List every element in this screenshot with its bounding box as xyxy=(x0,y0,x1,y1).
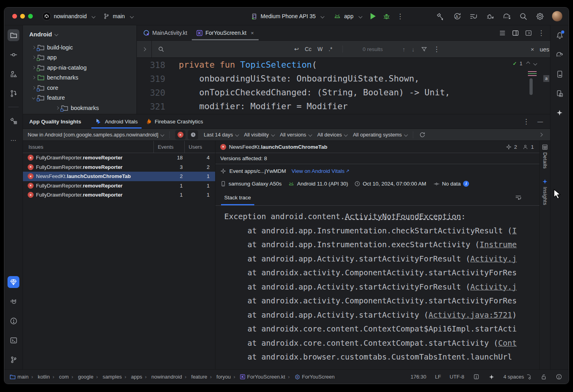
code-viewport[interactable]: 318 private fun TopicSelection( 319 onbo… xyxy=(137,58,550,114)
regex-toggle[interactable]: .* xyxy=(329,46,332,52)
next-occurrence-icon[interactable]: ↓ xyxy=(412,46,415,53)
pull-requests-tool-button[interactable] xyxy=(8,87,19,99)
device-selector[interactable]: Medium Phone API 35 xyxy=(246,11,328,22)
tree-item-feature[interactable]: feature xyxy=(23,93,136,103)
hide-panel-icon[interactable] xyxy=(525,29,532,37)
build-project-icon[interactable] xyxy=(436,12,445,21)
words-toggle[interactable]: W xyxy=(318,46,323,52)
user-avatar[interactable] xyxy=(552,11,562,21)
time-range-dropdown[interactable]: Last 14 days xyxy=(204,132,238,138)
gradle-tool-button[interactable] xyxy=(554,49,565,61)
breadcrumb-item[interactable]: apps xyxy=(123,374,142,380)
breadcrumb-item[interactable]: nowinandroid xyxy=(144,374,182,380)
search-more-icon[interactable]: ⋮ xyxy=(433,46,440,53)
issue-row-selected[interactable]: × NewsFeedKt.launchCustomChromeTab 2 1 xyxy=(23,172,215,181)
soft-wrap-icon[interactable] xyxy=(514,194,522,201)
tab-firebase-crashlytics[interactable]: Firebase Crashlytics xyxy=(142,114,207,129)
visibility-dropdown[interactable]: All visibility xyxy=(244,132,274,138)
logcat-tool-button[interactable] xyxy=(8,295,19,307)
app-quality-insights-tool-button[interactable] xyxy=(8,276,19,288)
more-tool-windows-button[interactable]: ⋯ xyxy=(8,134,19,146)
stack-trace-content[interactable]: Exception android.content.ActivityNotFou… xyxy=(216,206,539,369)
inspection-widget[interactable]: ✓ 1 xyxy=(513,61,537,66)
close-search-icon[interactable]: × xyxy=(531,46,534,52)
tree-item-benchmarks[interactable]: benchmarks xyxy=(23,73,136,83)
line-ending[interactable]: LF xyxy=(435,374,441,380)
issue-row[interactable]: × FullyDrawnReporter.removeReporter 1 1 xyxy=(23,190,215,200)
run-more-options-button[interactable]: ⋮ xyxy=(394,10,406,22)
details-side-tab[interactable]: Details xyxy=(542,144,548,169)
editor-scrollbar[interactable] xyxy=(528,70,538,95)
tab-foryouscreen[interactable]: ForYouScreen.kt × xyxy=(192,25,258,40)
branch-widget[interactable]: main xyxy=(99,11,137,21)
gradle-sync-icon[interactable] xyxy=(502,12,511,21)
error-info-icon[interactable] xyxy=(556,373,562,380)
run-config-selector[interactable]: app xyxy=(329,11,365,22)
breadcrumb-item[interactable]: com xyxy=(51,374,69,380)
search-input[interactable] xyxy=(165,46,235,52)
source-link[interactable]: Activity.java:5721 xyxy=(429,311,512,320)
breadcrumb-item[interactable]: samples xyxy=(95,374,122,380)
issue-row[interactable]: × FullyDrawnReporter.removeReporter 18 4 xyxy=(23,153,215,163)
encoding[interactable]: UTF-8 xyxy=(450,374,464,380)
info-icon[interactable]: i xyxy=(463,181,469,187)
source-link[interactable]: Cont xyxy=(498,339,517,348)
gemini-button[interactable] xyxy=(554,107,565,119)
split-layout-icon[interactable] xyxy=(512,29,519,37)
chevron-down-icon[interactable] xyxy=(533,62,537,66)
firebase-project-selector[interactable]: Now in Android [com.google.samples.apps.… xyxy=(28,132,164,138)
source-link[interactable]: I xyxy=(512,226,517,235)
source-link[interactable]: Activity.j xyxy=(470,282,516,292)
devices-dropdown[interactable]: All devices xyxy=(317,132,347,138)
close-tab-icon[interactable]: × xyxy=(251,30,254,36)
device-manager-button[interactable] xyxy=(554,68,565,80)
commit-tool-button[interactable] xyxy=(8,49,19,61)
source-link[interactable]: Activity.j xyxy=(470,254,516,263)
tab-android-vitals[interactable]: Android Vitals xyxy=(91,114,142,129)
chevron-up-icon[interactable] xyxy=(526,62,530,66)
tree-item-core[interactable]: core xyxy=(23,83,136,93)
previous-occurrence-icon[interactable]: ↑ xyxy=(402,46,405,53)
run-button[interactable] xyxy=(367,10,379,22)
caret-position[interactable]: 176:30 xyxy=(410,374,426,380)
build-tool-button[interactable] xyxy=(8,115,19,127)
expand-search-icon[interactable] xyxy=(137,41,152,57)
terminal-tool-button[interactable] xyxy=(8,334,19,346)
readonly-toggle-icon[interactable] xyxy=(473,373,480,380)
settings-gear-icon[interactable] xyxy=(535,12,545,21)
view-on-android-vitals-link[interactable]: View on Android Vitals↗ xyxy=(291,168,349,174)
tree-item-app-nia-catalog[interactable]: app-nia-catalog xyxy=(23,62,136,73)
overflow-chevron-icon[interactable] xyxy=(539,133,543,137)
notifications-button[interactable] xyxy=(554,29,565,41)
tree-item-app[interactable]: app xyxy=(23,53,136,63)
exception-class-link[interactable]: ActivityNotFoundException xyxy=(345,212,461,221)
issue-row[interactable]: × FullyDrawnReporter.removeReporter 3 2 xyxy=(23,163,215,172)
tree-item-bookmarks[interactable]: bookmarks xyxy=(23,103,136,113)
editor-more-icon[interactable]: ⋮ xyxy=(538,30,545,36)
minimize-window-button[interactable] xyxy=(20,14,25,19)
column-users[interactable]: Users xyxy=(184,141,215,153)
debug-button[interactable] xyxy=(381,10,393,22)
project-widget[interactable]: nowinandroid xyxy=(38,10,99,22)
structure-lines-icon[interactable] xyxy=(499,29,506,37)
lock-open-icon[interactable] xyxy=(541,374,547,380)
source-link[interactable]: Instrume xyxy=(480,240,517,249)
newline-icon[interactable]: ↩ xyxy=(294,46,299,52)
sync-run-configuration-icon[interactable]: A xyxy=(452,12,461,21)
breadcrumb-item-function[interactable]: ForYouScreen xyxy=(287,374,335,380)
insights-side-tab[interactable]: Insights xyxy=(542,178,548,205)
tab-stack-trace[interactable]: Stack trace xyxy=(221,190,254,205)
structure-tool-button[interactable] xyxy=(8,68,19,80)
fatal-issues-toggle[interactable]: × xyxy=(175,130,185,140)
tree-item-build-logic[interactable]: build-logic xyxy=(23,42,136,53)
close-window-button[interactable] xyxy=(12,14,17,19)
refresh-icon[interactable] xyxy=(419,131,425,138)
rerun-tasks-icon[interactable] xyxy=(469,12,478,21)
breadcrumb-item[interactable]: feature xyxy=(183,374,207,380)
breadcrumb-item[interactable]: kotlin xyxy=(30,374,50,380)
breadcrumb-item-file[interactable]: ForYouScreen.kt xyxy=(233,374,286,380)
version-control-tool-button[interactable] xyxy=(8,354,19,365)
zoom-window-button[interactable] xyxy=(28,14,33,19)
project-tool-button[interactable] xyxy=(8,29,19,41)
issue-row[interactable]: × FullyDrawnReporter.removeReporter 1 1 xyxy=(23,181,215,191)
